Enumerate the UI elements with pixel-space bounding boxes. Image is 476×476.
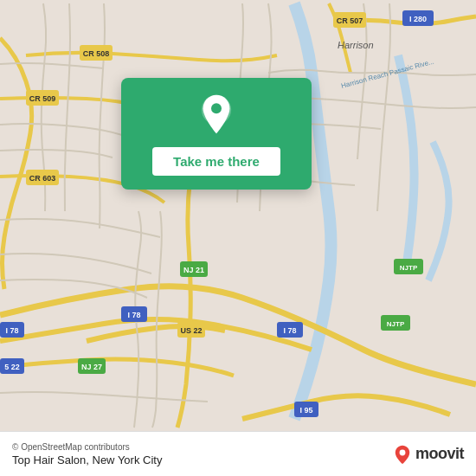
svg-text:5 22: 5 22 bbox=[4, 363, 20, 371]
svg-text:I 78: I 78 bbox=[5, 326, 18, 335]
bottom-bar: © OpenStreetMap contributors Top Hair Sa… bbox=[0, 431, 476, 476]
svg-text:CR 508: CR 508 bbox=[83, 49, 110, 58]
svg-text:NJTP: NJTP bbox=[400, 264, 418, 272]
svg-text:I 78: I 78 bbox=[127, 311, 140, 319]
svg-text:CR 603: CR 603 bbox=[29, 174, 56, 183]
svg-point-35 bbox=[400, 449, 406, 455]
svg-text:NJ 21: NJ 21 bbox=[183, 266, 204, 274]
svg-text:I 280: I 280 bbox=[409, 15, 427, 23]
bottom-left-info: © OpenStreetMap contributors Top Hair Sa… bbox=[12, 442, 162, 466]
moovit-logo: moovit bbox=[393, 445, 464, 464]
svg-text:US 22: US 22 bbox=[180, 326, 202, 335]
svg-text:NJTP: NJTP bbox=[387, 320, 405, 328]
app-container: CR 507 I 280 CR 508 CR 509 CR 603 Harris… bbox=[0, 0, 476, 476]
svg-text:CR 507: CR 507 bbox=[337, 16, 363, 25]
svg-text:I 95: I 95 bbox=[299, 406, 312, 415]
moovit-logo-icon bbox=[393, 445, 412, 464]
map-area: CR 507 I 280 CR 508 CR 509 CR 603 Harris… bbox=[0, 0, 476, 431]
svg-text:Harrison: Harrison bbox=[338, 40, 374, 50]
map-svg: CR 507 I 280 CR 508 CR 509 CR 603 Harris… bbox=[0, 0, 476, 431]
moovit-brand-text: moovit bbox=[415, 445, 464, 463]
take-me-there-button[interactable]: Take me there bbox=[152, 147, 280, 176]
svg-point-34 bbox=[211, 103, 222, 113]
svg-text:NJ 27: NJ 27 bbox=[81, 363, 102, 371]
svg-text:CR 509: CR 509 bbox=[29, 94, 56, 103]
attribution-text: © OpenStreetMap contributors bbox=[12, 442, 162, 452]
navigation-card: Take me there bbox=[121, 78, 312, 190]
location-text: Top Hair Salon, New York City bbox=[12, 453, 162, 466]
location-pin-icon bbox=[196, 93, 237, 135]
svg-text:I 78: I 78 bbox=[283, 326, 296, 335]
